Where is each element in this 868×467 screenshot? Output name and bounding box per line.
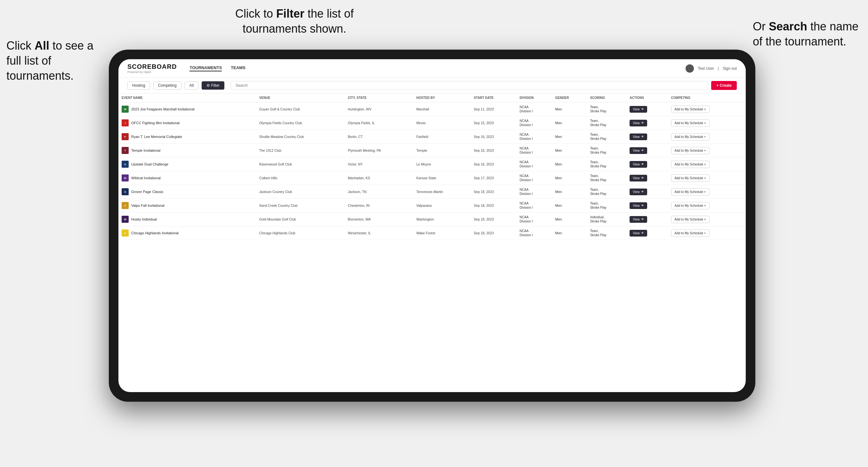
nav-tournaments[interactable]: TOURNAMENTS bbox=[189, 65, 222, 71]
nav-teams[interactable]: TEAMS bbox=[231, 65, 246, 71]
cell-venue-3: The 1912 Club bbox=[256, 144, 345, 157]
cell-date-2: Sep 16, 2023 bbox=[470, 130, 516, 144]
cell-city-1: Olympia Fields, IL bbox=[345, 116, 413, 130]
cell-gender-3: Men bbox=[552, 144, 587, 157]
cell-event-name-9: C Chicago Highlands Invitational bbox=[118, 226, 256, 240]
cell-event-name-2: F Ryan T. Lee Memorial Collegiate bbox=[118, 130, 256, 144]
cell-date-6: Sep 18, 2023 bbox=[470, 185, 516, 199]
view-button-9[interactable]: View 👁 bbox=[629, 230, 647, 237]
table-row: F Ryan T. Lee Memorial Collegiate Shuttl… bbox=[118, 130, 746, 144]
annotation-left: Click All to see a full list of tourname… bbox=[6, 38, 96, 83]
tab-competing[interactable]: Competing bbox=[153, 81, 182, 90]
cell-date-1: Sep 15, 2023 bbox=[470, 116, 516, 130]
eye-icon-1: 👁 bbox=[641, 121, 644, 125]
cell-division-9: NCAADivision I bbox=[517, 226, 552, 240]
cell-division-7: NCAADivision I bbox=[517, 199, 552, 213]
cell-hosted-4: Le Moyne bbox=[413, 157, 471, 171]
col-hosted-by: HOSTED BY bbox=[413, 93, 471, 102]
cell-competing-2: Add to My Schedule + bbox=[668, 130, 746, 144]
add-schedule-button-6[interactable]: Add to My Schedule + bbox=[671, 188, 710, 195]
cell-actions-3: View 👁 bbox=[626, 144, 668, 157]
cell-scoring-7: Team,Stroke Play bbox=[587, 199, 627, 213]
cell-competing-3: Add to My Schedule + bbox=[668, 144, 746, 157]
col-city-state: CITY, STATE bbox=[345, 93, 413, 102]
col-scoring: SCORING bbox=[587, 93, 627, 102]
team-logo-4: U bbox=[122, 161, 129, 168]
cell-actions-6: View 👁 bbox=[626, 185, 668, 199]
col-competing: COMPETING bbox=[668, 93, 746, 102]
view-button-2[interactable]: View 👁 bbox=[629, 133, 647, 140]
view-button-6[interactable]: View 👁 bbox=[629, 189, 647, 195]
eye-icon-9: 👁 bbox=[641, 231, 644, 235]
cell-hosted-6: Tennessee-Martin bbox=[413, 185, 471, 199]
cell-venue-8: Gold Mountain Golf Club bbox=[256, 213, 345, 226]
add-schedule-button-8[interactable]: Add to My Schedule + bbox=[671, 216, 710, 223]
event-name-text-7: Valpo Fall Invitational bbox=[131, 204, 164, 208]
view-button-5[interactable]: View 👁 bbox=[629, 175, 647, 182]
tournaments-table: EVENT NAME VENUE CITY, STATE HOSTED BY S… bbox=[118, 93, 746, 240]
eye-icon-5: 👁 bbox=[641, 176, 644, 180]
search-input[interactable] bbox=[231, 81, 708, 90]
add-schedule-button-5[interactable]: Add to My Schedule + bbox=[671, 175, 710, 182]
event-name-text-8: Husky Individual bbox=[131, 217, 157, 221]
user-name: Test User bbox=[698, 66, 714, 71]
team-logo-6: G bbox=[122, 188, 129, 195]
cell-gender-6: Men bbox=[552, 185, 587, 199]
add-schedule-button-3[interactable]: Add to My Schedule + bbox=[671, 147, 710, 154]
cell-scoring-3: Team,Stroke Play bbox=[587, 144, 627, 157]
tablet-screen: SCOREBOARD Powered by clippd TOURNAMENTS… bbox=[118, 59, 746, 392]
create-button[interactable]: + Create bbox=[711, 81, 737, 90]
view-button-8[interactable]: View 👁 bbox=[629, 216, 647, 223]
tab-hosting[interactable]: Hosting bbox=[127, 81, 150, 90]
view-button-0[interactable]: View 👁 bbox=[629, 106, 647, 113]
cell-venue-2: Shuttle Meadow Country Club bbox=[256, 130, 345, 144]
annotation-right: Or Search the name of the tournament. bbox=[753, 19, 862, 49]
view-button-3[interactable]: View 👁 bbox=[629, 147, 647, 154]
view-button-7[interactable]: View 👁 bbox=[629, 202, 647, 209]
cell-hosted-9: Wake Forest bbox=[413, 226, 471, 240]
event-name-text-0: 2023 Joe Feaganes Marshall Invitational bbox=[131, 107, 195, 111]
cell-city-6: Jackson, TN bbox=[345, 185, 413, 199]
filter-button[interactable]: ⚙ Filter bbox=[202, 81, 224, 90]
add-schedule-button-9[interactable]: Add to My Schedule + bbox=[671, 229, 710, 237]
cell-hosted-3: Temple bbox=[413, 144, 471, 157]
cell-venue-6: Jackson Country Club bbox=[256, 185, 345, 199]
cell-venue-5: Colbert Hills bbox=[256, 171, 345, 185]
cell-date-7: Sep 18, 2023 bbox=[470, 199, 516, 213]
cell-gender-2: Men bbox=[552, 130, 587, 144]
cell-venue-1: Olympia Fields Country Club bbox=[256, 116, 345, 130]
add-schedule-button-4[interactable]: Add to My Schedule + bbox=[671, 161, 710, 168]
tab-all[interactable]: All bbox=[185, 81, 198, 90]
cell-hosted-1: Illinois bbox=[413, 116, 471, 130]
team-logo-7: V bbox=[122, 202, 129, 209]
add-schedule-button-2[interactable]: Add to My Schedule + bbox=[671, 133, 710, 141]
table-row: I OFCC Fighting Illini Invitational Olym… bbox=[118, 116, 746, 130]
table-row: T Temple Invitational The 1912 Club Plym… bbox=[118, 144, 746, 157]
cell-competing-5: Add to My Schedule + bbox=[668, 171, 746, 185]
team-logo-1: I bbox=[122, 119, 129, 126]
add-schedule-button-0[interactable]: Add to My Schedule + bbox=[671, 105, 710, 113]
cell-actions-2: View 👁 bbox=[626, 130, 668, 144]
cell-city-3: Plymouth Meeting, PA bbox=[345, 144, 413, 157]
event-name-text-4: Upstate Dual Challenge bbox=[131, 162, 168, 166]
add-schedule-button-7[interactable]: Add to My Schedule + bbox=[671, 202, 710, 209]
eye-icon-4: 👁 bbox=[641, 163, 644, 166]
cell-gender-9: Men bbox=[552, 226, 587, 240]
team-logo-3: T bbox=[122, 147, 129, 154]
add-schedule-button-1[interactable]: Add to My Schedule + bbox=[671, 119, 710, 127]
table-row: M 2023 Joe Feaganes Marshall Invitationa… bbox=[118, 102, 746, 116]
cell-date-4: Sep 16, 2023 bbox=[470, 157, 516, 171]
cell-actions-7: View 👁 bbox=[626, 199, 668, 213]
cell-actions-8: View 👁 bbox=[626, 213, 668, 226]
cell-scoring-6: Team,Stroke Play bbox=[587, 185, 627, 199]
table-row: U Upstate Dual Challenge Ravenwood Golf … bbox=[118, 157, 746, 171]
sign-out-link[interactable]: Sign out bbox=[723, 66, 737, 71]
team-logo-5: W bbox=[122, 175, 129, 182]
cell-venue-9: Chicago Highlands Club bbox=[256, 226, 345, 240]
view-button-1[interactable]: View 👁 bbox=[629, 120, 647, 126]
view-button-4[interactable]: View 👁 bbox=[629, 161, 647, 168]
logo-text: SCOREBOARD bbox=[127, 63, 177, 70]
cell-scoring-0: Team,Stroke Play bbox=[587, 102, 627, 116]
col-event-name: EVENT NAME bbox=[118, 93, 256, 102]
top-nav: SCOREBOARD Powered by clippd TOURNAMENTS… bbox=[118, 59, 746, 78]
